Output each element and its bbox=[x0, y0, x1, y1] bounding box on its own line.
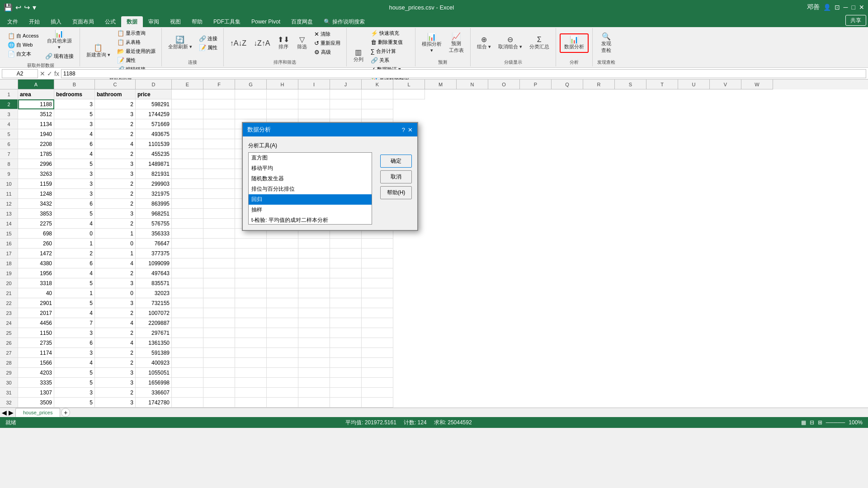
data-analysis-btn[interactable]: 📊 数据分析 bbox=[560, 33, 589, 53]
cell-c1[interactable]: bathroom bbox=[95, 89, 136, 99]
cell-k16[interactable] bbox=[362, 239, 393, 249]
access-btn[interactable]: 📋 自 Access bbox=[5, 32, 41, 40]
cell-f19[interactable] bbox=[203, 268, 235, 278]
cell-d24[interactable]: 2209887 bbox=[136, 318, 172, 328]
cell-c14[interactable]: 2 bbox=[95, 219, 136, 229]
analysis-item-histogram[interactable]: 直方图 bbox=[249, 153, 372, 163]
col-header-q[interactable]: Q bbox=[552, 80, 583, 89]
cell-a31[interactable]: 1307 bbox=[18, 388, 54, 398]
cell-c11[interactable]: 2 bbox=[95, 189, 136, 199]
cell-i22[interactable] bbox=[298, 298, 330, 308]
cell-c30[interactable]: 3 bbox=[95, 378, 136, 388]
cell-k19[interactable] bbox=[362, 268, 393, 278]
cell-f22[interactable] bbox=[203, 298, 235, 308]
cell-d16[interactable]: 76647 bbox=[136, 239, 172, 249]
remove-dup-btn[interactable]: 🗑 删除重复值 bbox=[368, 38, 411, 47]
cell-a6[interactable]: 2208 bbox=[18, 139, 54, 149]
cell-a26[interactable]: 2735 bbox=[18, 338, 54, 348]
cell-i23[interactable] bbox=[298, 308, 330, 318]
customize-icon[interactable]: ▾ bbox=[33, 3, 36, 12]
cell-h31[interactable] bbox=[267, 388, 298, 398]
split-btn[interactable]: ▥ 分列 bbox=[350, 47, 367, 64]
cell-f16[interactable] bbox=[203, 239, 235, 249]
redo-icon[interactable]: ↪ bbox=[24, 3, 30, 12]
cell-j22[interactable] bbox=[330, 298, 362, 308]
tab-power-pivot[interactable]: Power Pivot bbox=[246, 16, 286, 27]
cell-c24[interactable]: 4 bbox=[95, 318, 136, 328]
cell-d11[interactable]: 321975 bbox=[136, 189, 172, 199]
cell-a24[interactable]: 4456 bbox=[18, 318, 54, 328]
col-header-m[interactable]: M bbox=[425, 80, 457, 89]
cell-c13[interactable]: 3 bbox=[95, 209, 136, 219]
cell-k3[interactable] bbox=[362, 109, 393, 119]
cell-d22[interactable]: 732155 bbox=[136, 298, 172, 308]
col-header-v[interactable]: V bbox=[710, 80, 741, 89]
analysis-item-regression[interactable]: 回归 bbox=[249, 194, 372, 205]
cell-e11[interactable] bbox=[172, 189, 203, 199]
col-header-a[interactable]: A bbox=[18, 80, 54, 89]
cell-g25[interactable] bbox=[235, 328, 267, 338]
layout-icon[interactable]: ⊡ bbox=[835, 4, 840, 11]
cell-e3[interactable] bbox=[172, 109, 203, 119]
existing-conn-btn[interactable]: 🔗 现有连接 bbox=[43, 52, 76, 61]
cell-d31[interactable]: 336607 bbox=[136, 388, 172, 398]
cell-k23[interactable] bbox=[362, 308, 393, 318]
cell-a4[interactable]: 1134 bbox=[18, 119, 54, 129]
cell-c31[interactable]: 2 bbox=[95, 388, 136, 398]
cell-e4[interactable] bbox=[172, 119, 203, 129]
col-header-w[interactable]: W bbox=[741, 80, 773, 89]
cell-a20[interactable]: 3318 bbox=[18, 278, 54, 288]
col-header-o[interactable]: O bbox=[488, 80, 520, 89]
cell-a1[interactable]: area bbox=[18, 89, 54, 99]
merge-calc-btn[interactable]: ∑ 合并计算 bbox=[368, 47, 411, 56]
cell-i30[interactable] bbox=[298, 378, 330, 388]
cell-c29[interactable]: 3 bbox=[95, 368, 136, 378]
cell-f8[interactable] bbox=[203, 159, 235, 169]
cell-g22[interactable] bbox=[235, 298, 267, 308]
cell-b6[interactable]: 6 bbox=[54, 139, 95, 149]
filter-btn[interactable]: ▽ 筛选 bbox=[294, 35, 310, 52]
cell-i29[interactable] bbox=[298, 368, 330, 378]
cell-g29[interactable] bbox=[235, 368, 267, 378]
cell-f31[interactable] bbox=[203, 388, 235, 398]
tab-formula[interactable]: 公式 bbox=[99, 16, 121, 27]
cell-j26[interactable] bbox=[330, 338, 362, 348]
relation-btn[interactable]: 🔗 关系 bbox=[368, 56, 411, 65]
cell-i3[interactable] bbox=[298, 109, 330, 119]
cell-g28[interactable] bbox=[235, 358, 267, 368]
cell-c15[interactable]: 1 bbox=[95, 229, 136, 239]
cell-f21[interactable] bbox=[203, 288, 235, 298]
cell-e27[interactable] bbox=[172, 348, 203, 358]
cell-f18[interactable] bbox=[203, 258, 235, 268]
cell-f13[interactable] bbox=[203, 209, 235, 219]
subtotal-btn[interactable]: Σ 分类汇总 bbox=[527, 35, 552, 52]
cell-i26[interactable] bbox=[298, 338, 330, 348]
col-header-l[interactable]: L bbox=[393, 80, 425, 89]
cell-c2[interactable]: 2 bbox=[95, 99, 136, 109]
formula-confirm-icon[interactable]: ✓ bbox=[47, 70, 52, 77]
col-header-n[interactable]: N bbox=[457, 80, 488, 89]
cell-b25[interactable]: 3 bbox=[54, 328, 95, 338]
tab-search[interactable]: 🔍 操作说明搜索 bbox=[318, 16, 370, 27]
cell-b17[interactable]: 2 bbox=[54, 249, 95, 258]
col-header-d[interactable]: D bbox=[136, 80, 172, 89]
cell-c27[interactable]: 2 bbox=[95, 348, 136, 358]
cell-a22[interactable]: 2901 bbox=[18, 298, 54, 308]
cell-i17[interactable] bbox=[298, 249, 330, 258]
cell-k25[interactable] bbox=[362, 328, 393, 338]
cell-h29[interactable] bbox=[267, 368, 298, 378]
cell-b21[interactable]: 1 bbox=[54, 288, 95, 298]
cell-f2[interactable] bbox=[203, 99, 235, 109]
cell-f7[interactable] bbox=[203, 149, 235, 159]
tab-home[interactable]: 开始 bbox=[24, 16, 45, 27]
cell-d13[interactable]: 968251 bbox=[136, 209, 172, 219]
cell-b7[interactable]: 4 bbox=[54, 149, 95, 159]
col-header-j[interactable]: J bbox=[330, 80, 362, 89]
ungroup-btn[interactable]: ⊖ 取消组合 ▾ bbox=[495, 35, 525, 52]
col-header-g[interactable]: G bbox=[235, 80, 267, 89]
add-sheet-btn[interactable]: + bbox=[61, 408, 70, 417]
cell-d3[interactable]: 1744259 bbox=[136, 109, 172, 119]
cell-b2[interactable]: 3 bbox=[54, 99, 95, 109]
cell-b12[interactable]: 6 bbox=[54, 199, 95, 209]
cell-f12[interactable] bbox=[203, 199, 235, 209]
